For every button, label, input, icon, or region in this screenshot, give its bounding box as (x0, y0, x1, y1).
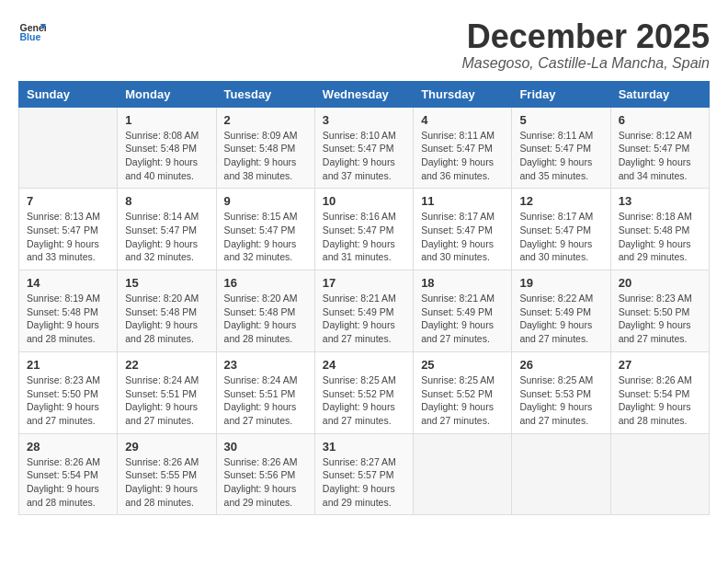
calendar-cell: 11Sunrise: 8:17 AMSunset: 5:47 PMDayligh… (414, 189, 512, 270)
calendar-cell (414, 433, 512, 515)
day-number: 7 (27, 194, 109, 208)
calendar-week-1: 1Sunrise: 8:08 AMSunset: 5:48 PMDaylight… (19, 107, 710, 189)
logo: General Blue (18, 18, 50, 46)
day-number: 30 (224, 440, 307, 454)
calendar-cell: 10Sunrise: 8:16 AMSunset: 5:47 PMDayligh… (314, 189, 413, 270)
column-header-monday: Monday (118, 81, 216, 107)
calendar-cell: 15Sunrise: 8:20 AMSunset: 5:48 PMDayligh… (118, 270, 216, 352)
day-number: 6 (619, 113, 701, 127)
day-info: Sunrise: 8:25 AMSunset: 5:52 PMDaylight:… (323, 373, 405, 428)
day-info: Sunrise: 8:24 AMSunset: 5:51 PMDaylight:… (125, 373, 208, 428)
column-header-sunday: Sunday (19, 81, 118, 107)
day-number: 29 (125, 440, 208, 454)
day-info: Sunrise: 8:27 AMSunset: 5:57 PMDaylight:… (323, 455, 405, 510)
day-info: Sunrise: 8:15 AMSunset: 5:47 PMDaylight:… (224, 210, 307, 264)
calendar-week-4: 21Sunrise: 8:23 AMSunset: 5:50 PMDayligh… (19, 351, 710, 433)
day-number: 8 (125, 194, 208, 208)
logo-icon: General Blue (18, 18, 46, 46)
calendar-cell: 16Sunrise: 8:20 AMSunset: 5:48 PMDayligh… (216, 270, 314, 352)
day-number: 26 (519, 358, 602, 372)
day-info: Sunrise: 8:11 AMSunset: 5:47 PMDaylight:… (519, 129, 602, 183)
day-info: Sunrise: 8:21 AMSunset: 5:49 PMDaylight:… (323, 292, 405, 346)
day-number: 11 (421, 194, 504, 208)
day-info: Sunrise: 8:23 AMSunset: 5:50 PMDaylight:… (619, 292, 701, 346)
location: Masegoso, Castille-La Mancha, Spain (462, 55, 710, 72)
day-info: Sunrise: 8:09 AMSunset: 5:48 PMDaylight:… (224, 129, 307, 183)
day-info: Sunrise: 8:25 AMSunset: 5:52 PMDaylight:… (421, 373, 504, 428)
day-info: Sunrise: 8:26 AMSunset: 5:54 PMDaylight:… (27, 455, 109, 510)
svg-text:Blue: Blue (20, 31, 41, 42)
day-info: Sunrise: 8:11 AMSunset: 5:47 PMDaylight:… (421, 129, 504, 183)
calendar-cell (512, 433, 610, 515)
calendar-cell: 2Sunrise: 8:09 AMSunset: 5:48 PMDaylight… (216, 107, 314, 189)
page-header: General Blue December 2025 Masegoso, Cas… (18, 18, 710, 72)
calendar-cell: 12Sunrise: 8:17 AMSunset: 5:47 PMDayligh… (512, 189, 610, 270)
day-number: 15 (125, 276, 208, 290)
day-info: Sunrise: 8:16 AMSunset: 5:47 PMDaylight:… (323, 210, 405, 264)
calendar-cell: 21Sunrise: 8:23 AMSunset: 5:50 PMDayligh… (19, 351, 118, 433)
calendar-cell: 6Sunrise: 8:12 AMSunset: 5:47 PMDaylight… (610, 107, 709, 189)
day-info: Sunrise: 8:12 AMSunset: 5:47 PMDaylight:… (619, 129, 701, 183)
calendar-cell: 13Sunrise: 8:18 AMSunset: 5:48 PMDayligh… (610, 189, 709, 270)
calendar-cell: 24Sunrise: 8:25 AMSunset: 5:52 PMDayligh… (314, 351, 413, 433)
calendar-cell: 23Sunrise: 8:24 AMSunset: 5:51 PMDayligh… (216, 351, 314, 433)
column-header-thursday: Thursday (414, 81, 512, 107)
day-number: 17 (323, 276, 405, 290)
calendar-week-3: 14Sunrise: 8:19 AMSunset: 5:48 PMDayligh… (19, 270, 710, 352)
calendar-cell: 31Sunrise: 8:27 AMSunset: 5:57 PMDayligh… (314, 433, 413, 515)
title-block: December 2025 Masegoso, Castille-La Manc… (462, 18, 710, 72)
column-header-wednesday: Wednesday (314, 81, 413, 107)
column-header-friday: Friday (512, 81, 610, 107)
day-number: 21 (27, 358, 109, 372)
calendar-cell: 22Sunrise: 8:24 AMSunset: 5:51 PMDayligh… (118, 351, 216, 433)
day-number: 27 (619, 358, 701, 372)
calendar-cell: 20Sunrise: 8:23 AMSunset: 5:50 PMDayligh… (610, 270, 709, 352)
day-number: 19 (519, 276, 602, 290)
day-number: 28 (27, 440, 109, 454)
calendar-cell: 1Sunrise: 8:08 AMSunset: 5:48 PMDaylight… (118, 107, 216, 189)
day-number: 31 (323, 440, 405, 454)
calendar-cell: 5Sunrise: 8:11 AMSunset: 5:47 PMDaylight… (512, 107, 610, 189)
day-number: 1 (125, 113, 208, 127)
day-info: Sunrise: 8:10 AMSunset: 5:47 PMDaylight:… (323, 129, 405, 183)
day-info: Sunrise: 8:25 AMSunset: 5:53 PMDaylight:… (519, 373, 602, 428)
calendar-cell: 3Sunrise: 8:10 AMSunset: 5:47 PMDaylight… (314, 107, 413, 189)
calendar-cell: 30Sunrise: 8:26 AMSunset: 5:56 PMDayligh… (216, 433, 314, 515)
calendar-body: 1Sunrise: 8:08 AMSunset: 5:48 PMDaylight… (19, 107, 710, 515)
calendar-cell (610, 433, 709, 515)
calendar-cell: 25Sunrise: 8:25 AMSunset: 5:52 PMDayligh… (414, 351, 512, 433)
day-number: 14 (27, 276, 109, 290)
calendar-cell: 29Sunrise: 8:26 AMSunset: 5:55 PMDayligh… (118, 433, 216, 515)
day-number: 12 (519, 194, 602, 208)
day-info: Sunrise: 8:17 AMSunset: 5:47 PMDaylight:… (421, 210, 504, 264)
calendar-cell (19, 107, 118, 189)
day-info: Sunrise: 8:08 AMSunset: 5:48 PMDaylight:… (125, 129, 208, 183)
day-number: 5 (519, 113, 602, 127)
day-number: 2 (224, 113, 307, 127)
calendar-week-2: 7Sunrise: 8:13 AMSunset: 5:47 PMDaylight… (19, 189, 710, 270)
day-number: 4 (421, 113, 504, 127)
day-info: Sunrise: 8:26 AMSunset: 5:55 PMDaylight:… (125, 455, 208, 510)
column-header-tuesday: Tuesday (216, 81, 314, 107)
day-info: Sunrise: 8:18 AMSunset: 5:48 PMDaylight:… (619, 210, 701, 264)
column-header-saturday: Saturday (610, 81, 709, 107)
calendar-cell: 4Sunrise: 8:11 AMSunset: 5:47 PMDaylight… (414, 107, 512, 189)
calendar-cell: 7Sunrise: 8:13 AMSunset: 5:47 PMDaylight… (19, 189, 118, 270)
calendar-table: SundayMondayTuesdayWednesdayThursdayFrid… (18, 81, 710, 516)
day-number: 18 (421, 276, 504, 290)
day-info: Sunrise: 8:21 AMSunset: 5:49 PMDaylight:… (421, 292, 504, 346)
day-info: Sunrise: 8:14 AMSunset: 5:47 PMDaylight:… (125, 210, 208, 264)
day-info: Sunrise: 8:20 AMSunset: 5:48 PMDaylight:… (125, 292, 208, 346)
day-number: 23 (224, 358, 307, 372)
day-info: Sunrise: 8:23 AMSunset: 5:50 PMDaylight:… (27, 373, 109, 428)
day-number: 25 (421, 358, 504, 372)
calendar-cell: 19Sunrise: 8:22 AMSunset: 5:49 PMDayligh… (512, 270, 610, 352)
day-info: Sunrise: 8:13 AMSunset: 5:47 PMDaylight:… (27, 210, 109, 264)
day-info: Sunrise: 8:17 AMSunset: 5:47 PMDaylight:… (519, 210, 602, 264)
day-number: 13 (619, 194, 701, 208)
day-number: 9 (224, 194, 307, 208)
calendar-week-5: 28Sunrise: 8:26 AMSunset: 5:54 PMDayligh… (19, 433, 710, 515)
calendar-cell: 27Sunrise: 8:26 AMSunset: 5:54 PMDayligh… (610, 351, 709, 433)
day-info: Sunrise: 8:22 AMSunset: 5:49 PMDaylight:… (519, 292, 602, 346)
day-number: 20 (619, 276, 701, 290)
